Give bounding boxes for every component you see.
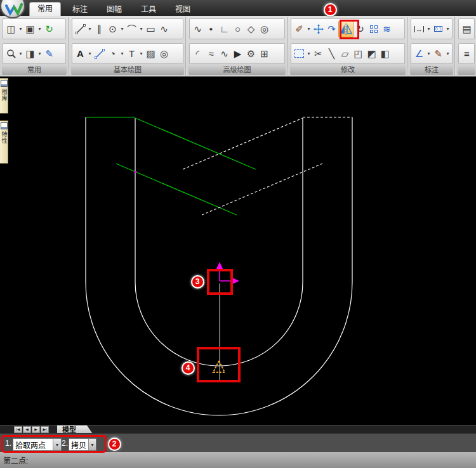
ribbon-row: ▾∥⊙▾⌒▾▭∿ bbox=[72, 18, 183, 39]
corner-icon[interactable]: ◰ bbox=[352, 46, 365, 62]
next-sheet-button[interactable]: ▶ bbox=[32, 426, 40, 433]
ribbon-row: ↔▾0.1▾ bbox=[411, 18, 453, 39]
dropdown-arrow-icon[interactable]: ▾ bbox=[426, 21, 432, 37]
ribbon-group-label bbox=[458, 65, 475, 75]
dropdown-arrow-icon[interactable]: ▾ bbox=[119, 21, 125, 37]
ribbon-tab-3[interactable]: 工具 bbox=[133, 3, 164, 16]
dropdown-arrow-icon[interactable]: ▾ bbox=[87, 46, 93, 62]
command-options-highlight bbox=[1, 435, 107, 453]
scale-icon[interactable]: ▱ bbox=[338, 46, 352, 62]
group-divider bbox=[185, 17, 187, 75]
arc-icon[interactable]: ⌒ bbox=[125, 21, 138, 37]
ribbon-row: A▾◔▾T▾▨◎ bbox=[72, 43, 183, 64]
wave-line-icon[interactable]: ≈ bbox=[204, 46, 218, 62]
style-manager-icon[interactable]: ≡ bbox=[460, 46, 473, 62]
ribbon-tab-2[interactable]: 图幅 bbox=[99, 3, 129, 16]
paste-special-icon[interactable]: ◨ bbox=[23, 46, 37, 62]
sidebar-tab-library[interactable]: 图库 bbox=[0, 78, 8, 114]
copy-icon[interactable]: ▣ bbox=[23, 21, 37, 37]
select-box-icon[interactable] bbox=[293, 46, 306, 62]
dropdown-arrow-icon[interactable]: ▾ bbox=[445, 21, 451, 37]
explode-icon[interactable]: ◩ bbox=[365, 46, 378, 62]
polyline-icon[interactable]: ∿ bbox=[191, 21, 204, 37]
paste-icon[interactable]: ◫ bbox=[4, 21, 18, 37]
dimension-icon[interactable]: ↔ bbox=[413, 21, 426, 37]
circle-icon[interactable]: ⊙ bbox=[106, 21, 119, 37]
dropdown-arrow-icon[interactable]: ▾ bbox=[445, 46, 451, 62]
dropdown-arrow-icon[interactable]: ▾ bbox=[138, 46, 144, 62]
delete-icon[interactable]: ✐ bbox=[293, 21, 306, 37]
coordinate-axes-icon[interactable]: ∟ bbox=[218, 21, 231, 37]
ribbon-tab-4[interactable]: 视图 bbox=[168, 3, 198, 16]
spec-list-icon[interactable]: ▤ bbox=[460, 21, 473, 37]
formula-curve-icon[interactable]: T bbox=[125, 46, 138, 62]
group-divider bbox=[287, 17, 288, 75]
fillet-arc-icon[interactable]: ◜ bbox=[191, 46, 204, 62]
sketch-line-icon[interactable] bbox=[93, 46, 106, 62]
callout-badge-1: 1 bbox=[324, 3, 337, 16]
ribbon-group-高级绘图: ∿•∟○◇◎◜≈∿▶⚙⊞高级绘图 bbox=[188, 16, 286, 76]
gear-icon[interactable]: ⚙ bbox=[244, 46, 258, 62]
line-icon[interactable] bbox=[74, 21, 87, 37]
dropdown-arrow-icon[interactable]: ▾ bbox=[306, 21, 312, 37]
last-sheet-button[interactable]: ▶| bbox=[41, 426, 49, 433]
arrow-icon[interactable]: ▶ bbox=[231, 46, 244, 62]
callout-badge-3: 3 bbox=[191, 275, 204, 289]
dropdown-arrow-icon[interactable]: ▾ bbox=[37, 46, 43, 62]
block-icon[interactable]: ⊞ bbox=[258, 46, 271, 62]
ribbon-group-label: 常用 bbox=[2, 65, 67, 75]
ribbon-row: ◫▾▣▾↻ bbox=[3, 18, 66, 39]
axis-arrow-horizontal-head bbox=[232, 278, 239, 284]
ribbon-row: ∠▾✎▾ bbox=[411, 43, 453, 64]
coordinate-dimension-icon[interactable]: ∠ bbox=[413, 46, 426, 62]
hole-axis-icon[interactable]: ◎ bbox=[157, 46, 171, 62]
dropdown-arrow-icon[interactable]: ▾ bbox=[37, 21, 43, 37]
stretch-icon[interactable]: ◧ bbox=[378, 46, 392, 62]
dropdown-arrow-icon[interactable]: ▾ bbox=[426, 46, 432, 62]
rectangle-icon[interactable]: ▭ bbox=[144, 21, 157, 37]
zigzag-line-icon[interactable]: ∿ bbox=[218, 46, 231, 62]
hatch-icon[interactable]: ▨ bbox=[144, 46, 157, 62]
parallel-lines-icon[interactable]: ∥ bbox=[93, 21, 106, 37]
prev-sheet-button[interactable]: ◀ bbox=[23, 426, 31, 433]
dimension-edit-icon[interactable]: ✎ bbox=[432, 46, 445, 62]
format-painter-icon[interactable]: ✎ bbox=[43, 46, 56, 62]
zoom-icon[interactable] bbox=[4, 46, 18, 62]
group-divider bbox=[68, 17, 69, 75]
drawing-canvas[interactable] bbox=[0, 77, 476, 425]
ribbon-group-label: 标注 bbox=[410, 65, 453, 75]
ellipse-icon[interactable]: ○ bbox=[231, 21, 244, 37]
ribbon-row: ▾✂╲▱◰◩◧ bbox=[291, 43, 405, 64]
sidebar-tab-properties[interactable]: 特性 bbox=[0, 120, 8, 164]
refresh-icon[interactable]: ↻ bbox=[43, 21, 56, 37]
ribbon-group-基本绘图: ▾∥⊙▾⌒▾▭∿A▾◔▾T▾▨◎基本绘图 bbox=[70, 16, 185, 76]
trim-icon[interactable]: ✂ bbox=[312, 46, 325, 62]
selected-diagonal-1 bbox=[135, 118, 256, 169]
tangent-circle-icon[interactable]: ◎ bbox=[258, 21, 271, 37]
detail-view-icon[interactable]: ◔ bbox=[106, 46, 119, 62]
dropdown-arrow-icon[interactable]: ▾ bbox=[18, 21, 23, 37]
polygon-icon[interactable]: ◇ bbox=[244, 21, 258, 37]
move-icon[interactable] bbox=[312, 21, 325, 37]
first-sheet-button[interactable]: |◀ bbox=[14, 426, 22, 433]
ribbon-row: ▤ bbox=[458, 18, 475, 39]
extend-icon[interactable]: ╲ bbox=[325, 46, 338, 62]
offset-icon[interactable]: ≋ bbox=[380, 21, 393, 37]
dropdown-arrow-icon[interactable]: ▾ bbox=[138, 21, 144, 37]
group-divider bbox=[454, 17, 456, 75]
dropdown-arrow-icon[interactable]: ▾ bbox=[306, 46, 312, 62]
ribbon-tab-0[interactable]: 常用 bbox=[29, 2, 61, 16]
array-icon[interactable] bbox=[367, 21, 380, 37]
dropdown-arrow-icon[interactable]: ▾ bbox=[87, 21, 93, 37]
rotate-copy-icon[interactable]: ↷ bbox=[325, 21, 338, 37]
point-icon[interactable]: • bbox=[204, 21, 218, 37]
tolerance-icon[interactable]: 0.1 bbox=[432, 21, 445, 37]
dropdown-arrow-icon[interactable]: ▾ bbox=[18, 46, 23, 62]
app-logo-icon[interactable] bbox=[0, 0, 25, 18]
ribbon-tab-1[interactable]: 标注 bbox=[65, 3, 95, 16]
ribbon-row: ≡ bbox=[458, 43, 475, 64]
ribbon-group-常用: ◫▾▣▾↻▾◨▾✎常用 bbox=[1, 16, 67, 76]
spline-icon[interactable]: ∿ bbox=[157, 21, 171, 37]
dropdown-arrow-icon[interactable]: ▾ bbox=[119, 46, 125, 62]
text-icon[interactable]: A bbox=[74, 46, 87, 62]
